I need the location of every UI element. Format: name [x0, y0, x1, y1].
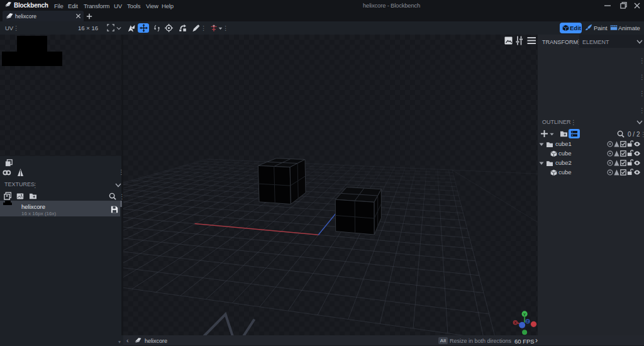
svg-text:X: X [514, 321, 516, 325]
svg-text:Y: Y [523, 313, 526, 316]
svg-text:Z: Z [526, 320, 529, 323]
